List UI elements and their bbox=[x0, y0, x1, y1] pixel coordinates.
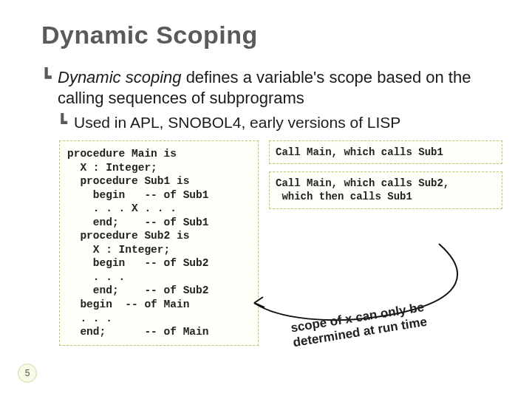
bullet-main-term: Dynamic scoping bbox=[58, 68, 182, 86]
slide: Dynamic Scoping ┗Dynamic scoping defines… bbox=[0, 0, 532, 399]
content-row: procedure Main is X : Integer; procedure… bbox=[59, 140, 502, 346]
bullet-mark-icon: ┗ bbox=[58, 114, 74, 132]
bullet-main: ┗Dynamic scoping defines a variable's sc… bbox=[41, 67, 502, 108]
arrow-annotation: scope of x can only be determined at run… bbox=[247, 229, 513, 347]
call-box-1: Call Main, which calls Sub1 bbox=[269, 140, 502, 164]
call-box-2: Call Main, which calls Sub2, which then … bbox=[269, 171, 502, 208]
page-number: 5 bbox=[18, 364, 37, 383]
right-column: Call Main, which calls Sub1 Call Main, w… bbox=[269, 140, 502, 346]
code-box: procedure Main is X : Integer; procedure… bbox=[59, 140, 259, 346]
bullet-mark-icon: ┗ bbox=[41, 67, 58, 88]
bullet-sub: ┗Used in APL, SNOBOL4, early versions of… bbox=[58, 114, 502, 132]
slide-title: Dynamic Scoping bbox=[41, 21, 502, 50]
bullet-sub-text: Used in APL, SNOBOL4, early versions of … bbox=[74, 114, 400, 131]
